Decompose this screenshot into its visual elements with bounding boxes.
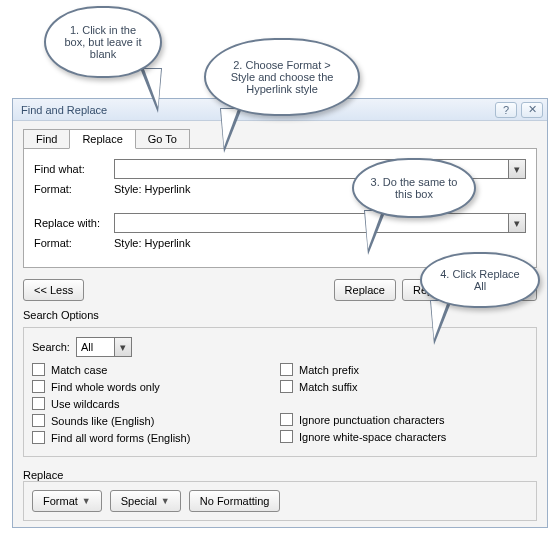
- chevron-down-icon[interactable]: ▾: [508, 160, 525, 178]
- replace-group: Format▼ Special▼ No Formatting: [23, 481, 537, 521]
- checkbox-icon: [32, 363, 45, 376]
- search-options-title: Search Options: [23, 309, 537, 321]
- tabs: Find Replace Go To: [23, 129, 537, 149]
- find-what-label: Find what:: [34, 163, 114, 175]
- caret-down-icon: ▼: [161, 496, 170, 506]
- callout-3: 3. Do the same to this box: [352, 158, 476, 218]
- checkbox-icon: [32, 397, 45, 410]
- search-direction-select[interactable]: All ▾: [76, 337, 132, 357]
- callout-2: 2. Choose Format > Style and choose the …: [204, 38, 360, 116]
- chevron-down-icon[interactable]: ▾: [508, 214, 525, 232]
- ignore-whitespace-checkbox[interactable]: Ignore white-space characters: [280, 430, 528, 443]
- callout-4-tail: [430, 300, 452, 345]
- find-replace-dialog: Find and Replace ? ✕ Find Replace Go To …: [12, 98, 548, 528]
- word-forms-checkbox[interactable]: Find all word forms (English): [32, 431, 280, 444]
- ignore-punct-checkbox[interactable]: Ignore punctuation characters: [280, 413, 528, 426]
- format-label2: Format:: [34, 237, 114, 249]
- replace-with-label: Replace with:: [34, 217, 114, 229]
- checkbox-icon: [280, 380, 293, 393]
- callout-2-tail: [220, 108, 242, 153]
- no-formatting-button[interactable]: No Formatting: [189, 490, 281, 512]
- caret-down-icon: ▼: [82, 496, 91, 506]
- callout-4: 4. Click Replace All: [420, 252, 540, 308]
- whole-words-checkbox[interactable]: Find whole words only: [32, 380, 280, 393]
- less-button[interactable]: << Less: [23, 279, 84, 301]
- wildcards-checkbox[interactable]: Use wildcards: [32, 397, 280, 410]
- find-format-value: Style: Hyperlink: [114, 183, 190, 195]
- format-label: Format:: [34, 183, 114, 195]
- help-button[interactable]: ?: [495, 102, 517, 118]
- search-label: Search:: [32, 341, 70, 353]
- chevron-down-icon[interactable]: ▾: [114, 338, 131, 356]
- checkbox-icon: [280, 363, 293, 376]
- match-case-checkbox[interactable]: Match case: [32, 363, 280, 376]
- help-icon: ?: [503, 104, 509, 116]
- tab-replace[interactable]: Replace: [69, 129, 135, 149]
- replace-format-value: Style: Hyperlink: [114, 237, 190, 249]
- callout-3-tail: [364, 210, 386, 255]
- sounds-like-checkbox[interactable]: Sounds like (English): [32, 414, 280, 427]
- close-button[interactable]: ✕: [521, 102, 543, 118]
- checkbox-icon: [32, 380, 45, 393]
- checkbox-icon: [32, 414, 45, 427]
- close-icon: ✕: [528, 103, 537, 116]
- replace-group-title: Replace: [23, 469, 537, 481]
- replace-with-input[interactable]: ▾: [114, 213, 526, 233]
- replace-button[interactable]: Replace: [334, 279, 396, 301]
- checkbox-icon: [32, 431, 45, 444]
- match-prefix-checkbox[interactable]: Match prefix: [280, 363, 528, 376]
- format-menu-button[interactable]: Format▼: [32, 490, 102, 512]
- callout-1-tail: [140, 68, 162, 113]
- special-menu-button[interactable]: Special▼: [110, 490, 181, 512]
- search-options-group: Search: All ▾ Match case Find whole word…: [23, 327, 537, 457]
- checkbox-icon: [280, 430, 293, 443]
- tab-goto[interactable]: Go To: [135, 129, 190, 149]
- match-suffix-checkbox[interactable]: Match suffix: [280, 380, 528, 393]
- tab-find[interactable]: Find: [23, 129, 70, 149]
- callout-1: 1. Click in the box, but leave it blank: [44, 6, 162, 78]
- checkbox-icon: [280, 413, 293, 426]
